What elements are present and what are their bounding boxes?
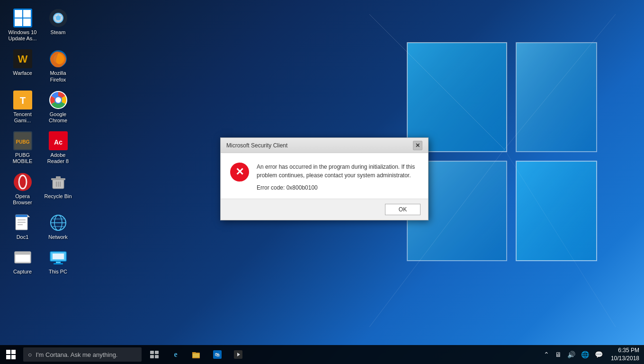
dialog-error-icon: ✕ [230, 163, 249, 182]
svg-text:🛍: 🛍 [215, 352, 220, 357]
cortana-search-bar[interactable]: ○ I'm Cortana. Ask me anything. [23, 347, 142, 362]
svg-text:e: e [174, 350, 177, 358]
desktop: Windows 10 Update As... Steam [0, 0, 644, 364]
volume-icon[interactable]: 🔊 [565, 351, 578, 358]
dialog-ok-button[interactable]: OK [385, 204, 420, 215]
system-clock[interactable]: 6:35 PM 10/13/2018 [606, 346, 644, 363]
dialog-overlay: Microsoft Security Client ✕ ✕ An error h… [0, 0, 644, 364]
task-view-button[interactable] [145, 345, 164, 364]
dialog-message-area: An error has occurred in the program dur… [257, 163, 419, 191]
svg-rect-60 [155, 355, 159, 358]
svg-rect-55 [6, 355, 10, 359]
dialog-error-code: Error code: 0x800b0100 [257, 184, 419, 191]
network-status-icon[interactable]: 🌐 [579, 351, 591, 358]
svg-rect-58 [155, 351, 159, 354]
svg-rect-59 [150, 355, 154, 358]
dialog-titlebar: Microsoft Security Client ✕ [221, 138, 428, 153]
action-center-icon[interactable]: 💬 [592, 351, 605, 358]
svg-rect-53 [6, 350, 10, 354]
svg-rect-63 [193, 354, 199, 357]
start-button[interactable] [0, 345, 21, 364]
dialog-close-button[interactable]: ✕ [413, 141, 422, 150]
media-button[interactable] [229, 345, 248, 364]
svg-rect-56 [11, 355, 16, 359]
svg-rect-54 [11, 350, 16, 354]
store-button[interactable]: 🛍 [208, 345, 227, 364]
microsoft-security-client-dialog: Microsoft Security Client ✕ ✕ An error h… [220, 137, 429, 220]
language-indicator[interactable]: 🖥 [553, 351, 564, 358]
taskbar-system-tray: ⌃ 🖥 🔊 🌐 💬 6:35 PM 10/13/2018 [541, 345, 644, 364]
edge-browser-button[interactable]: e [166, 345, 185, 364]
taskbar-middle-buttons: e 🛍 [145, 345, 248, 364]
cortana-placeholder: I'm Cortana. Ask me anything. [36, 351, 117, 358]
dialog-message-text: An error has occurred in the program dur… [257, 163, 419, 180]
clock-date: 10/13/2018 [611, 355, 639, 363]
svg-rect-57 [150, 351, 154, 354]
show-hidden-icons[interactable]: ⌃ [541, 351, 552, 358]
dialog-body: ✕ An error has occurred in the program d… [221, 153, 428, 199]
clock-time: 6:35 PM [611, 346, 639, 355]
dialog-title: Microsoft Security Client [226, 142, 287, 149]
search-icon: ○ [28, 351, 32, 358]
file-explorer-button[interactable] [187, 345, 206, 364]
taskbar: ○ I'm Cortana. Ask me anything. e [0, 345, 644, 364]
dialog-footer: OK [221, 199, 428, 220]
